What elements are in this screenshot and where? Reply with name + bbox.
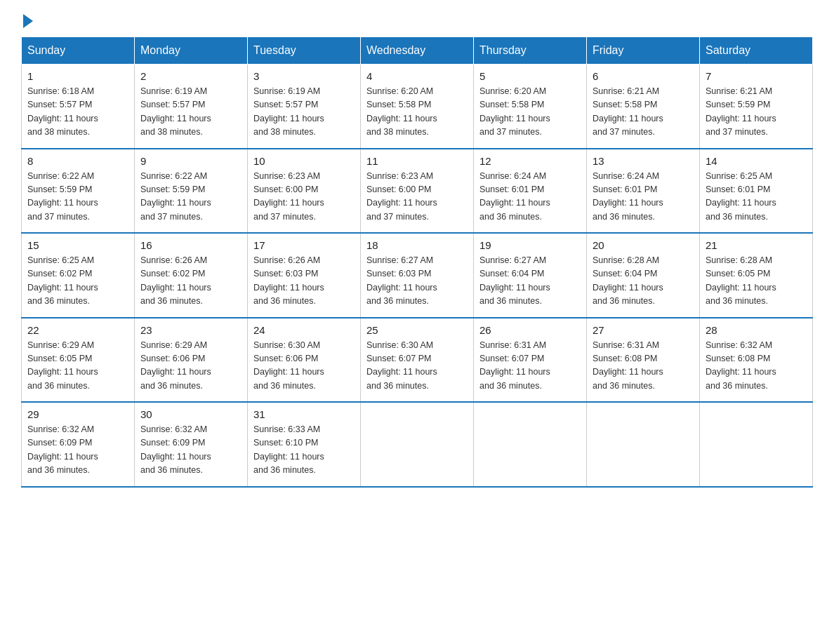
day-number: 14	[706, 155, 807, 167]
day-number: 17	[253, 239, 355, 251]
day-info: Sunrise: 6:18 AMSunset: 5:57 PMDaylight:…	[27, 86, 98, 137]
calendar-cell	[361, 402, 474, 487]
day-number: 21	[706, 239, 807, 251]
calendar-cell	[587, 402, 700, 487]
day-number: 3	[253, 70, 355, 82]
day-number: 15	[27, 239, 128, 251]
calendar-cell: 27 Sunrise: 6:31 AMSunset: 6:08 PMDaylig…	[587, 318, 700, 403]
calendar-day-header: Friday	[587, 37, 700, 65]
calendar-cell: 2 Sunrise: 6:19 AMSunset: 5:57 PMDayligh…	[135, 65, 248, 149]
day-number: 29	[27, 408, 128, 420]
day-info: Sunrise: 6:26 AMSunset: 6:02 PMDaylight:…	[140, 255, 211, 306]
calendar-cell: 19 Sunrise: 6:27 AMSunset: 6:04 PMDaylig…	[474, 233, 587, 318]
calendar-cell: 16 Sunrise: 6:26 AMSunset: 6:02 PMDaylig…	[135, 233, 248, 318]
calendar-cell: 3 Sunrise: 6:19 AMSunset: 5:57 PMDayligh…	[248, 65, 361, 149]
calendar-cell: 18 Sunrise: 6:27 AMSunset: 6:03 PMDaylig…	[361, 233, 474, 318]
day-info: Sunrise: 6:24 AMSunset: 6:01 PMDaylight:…	[593, 171, 663, 222]
calendar-week-row: 15 Sunrise: 6:25 AMSunset: 6:02 PMDaylig…	[22, 233, 813, 318]
calendar-cell: 15 Sunrise: 6:25 AMSunset: 6:02 PMDaylig…	[22, 233, 135, 318]
day-info: Sunrise: 6:19 AMSunset: 5:57 PMDaylight:…	[140, 86, 211, 137]
day-number: 18	[366, 239, 468, 251]
calendar-cell: 12 Sunrise: 6:24 AMSunset: 6:01 PMDaylig…	[474, 149, 587, 234]
day-info: Sunrise: 6:23 AMSunset: 6:00 PMDaylight:…	[366, 171, 437, 222]
calendar-cell: 22 Sunrise: 6:29 AMSunset: 6:05 PMDaylig…	[22, 318, 135, 403]
day-info: Sunrise: 6:28 AMSunset: 6:04 PMDaylight:…	[593, 255, 663, 306]
day-number: 7	[706, 70, 807, 82]
day-number: 13	[593, 155, 694, 167]
day-info: Sunrise: 6:32 AMSunset: 6:09 PMDaylight:…	[140, 424, 211, 475]
calendar-day-header: Thursday	[474, 37, 587, 65]
day-info: Sunrise: 6:32 AMSunset: 6:08 PMDaylight:…	[706, 340, 776, 391]
day-info: Sunrise: 6:21 AMSunset: 5:58 PMDaylight:…	[593, 86, 663, 137]
calendar-week-row: 22 Sunrise: 6:29 AMSunset: 6:05 PMDaylig…	[22, 318, 813, 403]
day-number: 26	[479, 324, 581, 336]
calendar-day-header: Tuesday	[248, 37, 361, 65]
day-info: Sunrise: 6:20 AMSunset: 5:58 PMDaylight:…	[479, 86, 550, 137]
day-number: 9	[140, 155, 241, 167]
calendar-cell: 5 Sunrise: 6:20 AMSunset: 5:58 PMDayligh…	[474, 65, 587, 149]
day-number: 25	[366, 324, 468, 336]
day-number: 20	[593, 239, 694, 251]
day-number: 6	[593, 70, 694, 82]
calendar-week-row: 1 Sunrise: 6:18 AMSunset: 5:57 PMDayligh…	[22, 65, 813, 149]
calendar-cell: 7 Sunrise: 6:21 AMSunset: 5:59 PMDayligh…	[700, 65, 813, 149]
calendar-day-header: Sunday	[22, 37, 135, 65]
calendar-cell: 9 Sunrise: 6:22 AMSunset: 5:59 PMDayligh…	[135, 149, 248, 234]
calendar-cell: 8 Sunrise: 6:22 AMSunset: 5:59 PMDayligh…	[22, 149, 135, 234]
day-info: Sunrise: 6:30 AMSunset: 6:07 PMDaylight:…	[366, 340, 437, 391]
day-number: 1	[27, 70, 128, 82]
day-info: Sunrise: 6:21 AMSunset: 5:59 PMDaylight:…	[706, 86, 776, 137]
calendar-cell: 14 Sunrise: 6:25 AMSunset: 6:01 PMDaylig…	[700, 149, 813, 234]
calendar-cell: 30 Sunrise: 6:32 AMSunset: 6:09 PMDaylig…	[135, 402, 248, 487]
day-info: Sunrise: 6:30 AMSunset: 6:06 PMDaylight:…	[253, 340, 324, 391]
day-info: Sunrise: 6:32 AMSunset: 6:09 PMDaylight:…	[27, 424, 98, 475]
day-number: 16	[140, 239, 241, 251]
day-info: Sunrise: 6:29 AMSunset: 6:06 PMDaylight:…	[140, 340, 211, 391]
calendar-week-row: 8 Sunrise: 6:22 AMSunset: 5:59 PMDayligh…	[22, 149, 813, 234]
day-number: 2	[140, 70, 241, 82]
calendar-cell: 13 Sunrise: 6:24 AMSunset: 6:01 PMDaylig…	[587, 149, 700, 234]
day-number: 23	[140, 324, 241, 336]
calendar-cell: 25 Sunrise: 6:30 AMSunset: 6:07 PMDaylig…	[361, 318, 474, 403]
day-number: 11	[366, 155, 468, 167]
calendar-cell: 10 Sunrise: 6:23 AMSunset: 6:00 PMDaylig…	[248, 149, 361, 234]
calendar-header-row: SundayMondayTuesdayWednesdayThursdayFrid…	[22, 37, 813, 65]
day-info: Sunrise: 6:27 AMSunset: 6:03 PMDaylight:…	[366, 255, 437, 306]
calendar-cell: 20 Sunrise: 6:28 AMSunset: 6:04 PMDaylig…	[587, 233, 700, 318]
calendar-table: SundayMondayTuesdayWednesdayThursdayFrid…	[21, 36, 813, 488]
day-number: 12	[479, 155, 581, 167]
day-number: 22	[27, 324, 128, 336]
calendar-cell: 21 Sunrise: 6:28 AMSunset: 6:05 PMDaylig…	[700, 233, 813, 318]
day-number: 30	[140, 408, 241, 420]
day-info: Sunrise: 6:20 AMSunset: 5:58 PMDaylight:…	[366, 86, 437, 137]
calendar-cell: 29 Sunrise: 6:32 AMSunset: 6:09 PMDaylig…	[22, 402, 135, 487]
calendar-week-row: 29 Sunrise: 6:32 AMSunset: 6:09 PMDaylig…	[22, 402, 813, 487]
day-number: 24	[253, 324, 355, 336]
calendar-cell: 23 Sunrise: 6:29 AMSunset: 6:06 PMDaylig…	[135, 318, 248, 403]
calendar-cell: 17 Sunrise: 6:26 AMSunset: 6:03 PMDaylig…	[248, 233, 361, 318]
day-info: Sunrise: 6:22 AMSunset: 5:59 PMDaylight:…	[27, 171, 98, 222]
calendar-day-header: Wednesday	[361, 37, 474, 65]
calendar-cell: 26 Sunrise: 6:31 AMSunset: 6:07 PMDaylig…	[474, 318, 587, 403]
calendar-cell: 28 Sunrise: 6:32 AMSunset: 6:08 PMDaylig…	[700, 318, 813, 403]
day-number: 28	[706, 324, 807, 336]
day-info: Sunrise: 6:31 AMSunset: 6:08 PMDaylight:…	[593, 340, 663, 391]
calendar-cell: 6 Sunrise: 6:21 AMSunset: 5:58 PMDayligh…	[587, 65, 700, 149]
day-info: Sunrise: 6:25 AMSunset: 6:01 PMDaylight:…	[706, 171, 776, 222]
calendar-cell	[474, 402, 587, 487]
day-number: 19	[479, 239, 581, 251]
logo-arrow-icon	[23, 14, 33, 28]
calendar-cell: 24 Sunrise: 6:30 AMSunset: 6:06 PMDaylig…	[248, 318, 361, 403]
logo-blue-text	[21, 14, 33, 29]
day-info: Sunrise: 6:19 AMSunset: 5:57 PMDaylight:…	[253, 86, 324, 137]
day-number: 8	[27, 155, 128, 167]
day-number: 4	[366, 70, 468, 82]
day-info: Sunrise: 6:28 AMSunset: 6:05 PMDaylight:…	[706, 255, 776, 306]
day-info: Sunrise: 6:25 AMSunset: 6:02 PMDaylight:…	[27, 255, 98, 306]
page-header	[21, 14, 813, 29]
day-info: Sunrise: 6:33 AMSunset: 6:10 PMDaylight:…	[253, 424, 324, 475]
day-number: 10	[253, 155, 355, 167]
calendar-cell: 4 Sunrise: 6:20 AMSunset: 5:58 PMDayligh…	[361, 65, 474, 149]
day-number: 27	[593, 324, 694, 336]
day-info: Sunrise: 6:27 AMSunset: 6:04 PMDaylight:…	[479, 255, 550, 306]
